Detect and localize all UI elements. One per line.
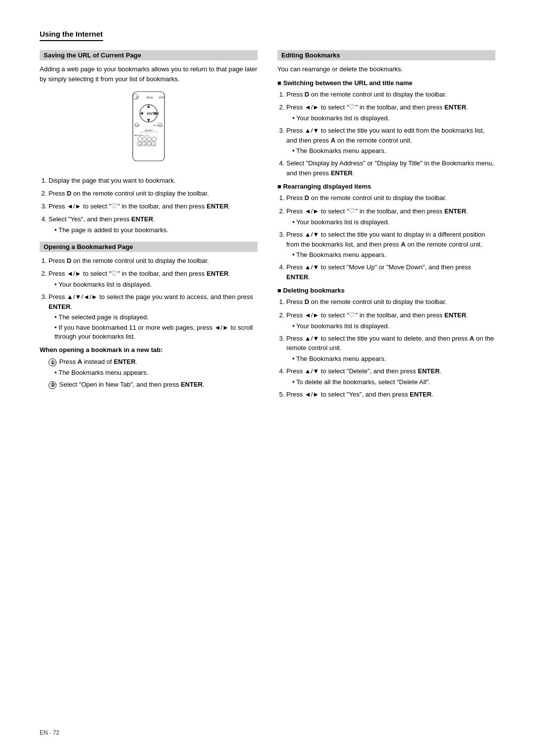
switching-step-3: Press ▲/▼ to select the title you want t… [286, 126, 495, 155]
left-column: Saving the URL of Current Page Adding a … [40, 50, 258, 403]
when-opening-item1-bullets: The Bookmarks menu appears. [49, 368, 258, 377]
svg-marker-7 [147, 104, 150, 107]
editing-intro: You can rearrange or delete the bookmark… [277, 64, 495, 74]
svg-text:MENU: MENU [146, 97, 154, 99]
svg-marker-9 [140, 112, 143, 115]
opening-step3-bullets: The selected page is displayed. If you h… [49, 313, 258, 341]
opening-steps: Press D on the remote control unit to di… [40, 256, 258, 341]
rearranging-step-3: Press ▲/▼ to select the title you want t… [286, 230, 495, 259]
svg-text:EXIT: EXIT [135, 124, 140, 127]
when-opening-block: When opening a bookmark in a new tab: ① … [40, 345, 258, 390]
circled-1: ① [49, 358, 56, 366]
deleting-step2-bullets: Your bookmarks list is displayed. [286, 322, 495, 331]
when-opening-title: When opening a bookmark in a new tab: [40, 345, 258, 355]
opening-step2-bullet1: Your bookmarks list is displayed. [54, 280, 258, 289]
svg-text:RETURN: RETURN [154, 124, 162, 127]
switching-step3-bullets: The Bookmarks menu appears. [286, 147, 495, 155]
saving-step-3: Press ◄/► to select "♡" in the toolbar, … [49, 201, 258, 211]
when-opening-item1-bullet1: The Bookmarks menu appears. [54, 368, 258, 377]
rearranging-step-1: Press D on the remote control unit to di… [286, 193, 495, 203]
rearranging-steps: Press D on the remote control unit to di… [277, 193, 495, 282]
opening-step-3: Press ▲/▼/◄/► to select the page you wan… [49, 292, 258, 341]
svg-point-19 [138, 137, 142, 142]
switching-steps: Press D on the remote control unit to di… [277, 90, 495, 178]
deleting-step4-bullets: To delete all the bookmarks, select "Del… [286, 378, 495, 387]
saving-section-header: Saving the URL of Current Page [40, 50, 258, 60]
switching-step2-bullet1: Your bookmarks list is displayed. [292, 114, 495, 123]
when-opening-steps: ① Press A instead of ENTER. The Bookmark… [40, 357, 258, 389]
rearranging-subsection-title: Rearranging displayed items [277, 183, 495, 190]
page-title: Using the Internet [40, 30, 103, 41]
footer: EN · 72 [40, 729, 59, 736]
when-opening-item-2: ② Select "Open in New Tab", and then pre… [49, 380, 258, 390]
svg-point-21 [147, 137, 152, 142]
switching-step-2: Press ◄/► to select "♡" in the toolbar, … [286, 102, 495, 123]
saving-intro: Adding a web page to your bookmarks allo… [40, 64, 258, 84]
rearranging-step-2: Press ◄/► to select "♡" in the toolbar, … [286, 206, 495, 227]
svg-text:ENTER: ENTER [147, 111, 160, 116]
svg-point-22 [152, 137, 157, 142]
saving-step4-bullet1: The page is added to your bookmarks. [54, 226, 258, 235]
opening-section-header: Opening a Bookmarked Page [40, 242, 258, 252]
deleting-step-2: Press ◄/► to select "♡" in the toolbar, … [286, 310, 495, 331]
deleting-step3-bullet1: The Bookmarks menu appears. [292, 354, 495, 363]
switching-step2-bullets: Your bookmarks list is displayed. [286, 114, 495, 123]
rearranging-step-4: Press ▲/▼ to select "Move Up" or "Move D… [286, 262, 495, 282]
opening-step-2: Press ◄/► to select "♡" in the toolbar, … [49, 268, 258, 289]
saving-step4-bullets: The page is added to your bookmarks. [49, 226, 258, 235]
saving-step-1: Display the page that you want to bookma… [49, 176, 258, 186]
opening-step3-bullet1: The selected page is displayed. [54, 313, 258, 322]
switching-step3-bullet1: The Bookmarks menu appears. [292, 147, 495, 155]
saving-step-4: Select "Yes", and then press ENTER. The … [49, 214, 258, 235]
opening-step2-bullets: Your bookmarks list is displayed. [49, 280, 258, 289]
svg-text:FAVORITE: FAVORITE [134, 134, 144, 137]
svg-text:1    2    3: 1 2 3 [144, 134, 149, 137]
svg-text:APPS: APPS [159, 97, 165, 99]
deleting-step-1: Press D on the remote control unit to di… [286, 297, 495, 307]
deleting-step-3: Press ▲/▼ to select the title you want t… [286, 334, 495, 363]
when-opening-item-1: ① Press A instead of ENTER. The Bookmark… [49, 357, 258, 377]
deleting-steps: Press D on the remote control unit to di… [277, 297, 495, 399]
right-column: Editing Bookmarks You can rearrange or d… [277, 50, 495, 403]
deleting-step2-bullet1: Your bookmarks list is displayed. [292, 322, 495, 331]
opening-step-1: Press D on the remote control unit to di… [49, 256, 258, 266]
svg-text:FAV APP: FAV APP [145, 129, 153, 132]
deleting-subsection-title: Deleting bookmarks [277, 287, 495, 294]
svg-marker-8 [147, 119, 150, 122]
deleting-step4-bullet1: To delete all the bookmarks, select "Del… [292, 378, 495, 387]
rearranging-step2-bullets: Your bookmarks list is displayed. [286, 218, 495, 227]
saving-step-2: Press D on the remote control unit to di… [49, 189, 258, 199]
rearranging-step3-bullets: The Bookmarks menu appears. [286, 251, 495, 259]
svg-point-20 [143, 137, 147, 142]
svg-text:A: A [139, 143, 141, 146]
editing-section-header: Editing Bookmarks [277, 50, 495, 60]
rearranging-step2-bullet1: Your bookmarks list is displayed. [292, 218, 495, 227]
svg-text:B: B [144, 143, 145, 146]
switching-step-1: Press D on the remote control unit to di… [286, 90, 495, 100]
remote-image: 3D MENU APPS ENTER EXIT RETURN [40, 90, 258, 169]
svg-text:D: D [154, 143, 155, 146]
two-column-layout: Saving the URL of Current Page Adding a … [40, 50, 495, 403]
svg-text:C: C [149, 143, 150, 146]
switching-step-4: Select "Display by Address" or "Display … [286, 158, 495, 178]
saving-steps: Display the page that you want to bookma… [40, 176, 258, 235]
deleting-step3-bullets: The Bookmarks menu appears. [286, 354, 495, 363]
page: Using the Internet Saving the URL of Cur… [0, 0, 535, 756]
switching-subsection-title: Switching between the URL and title name [277, 79, 495, 87]
deleting-step-5: Press ◄/► to select "Yes", and then pres… [286, 390, 495, 400]
rearranging-step3-bullet1: The Bookmarks menu appears. [292, 251, 495, 259]
deleting-step-4: Press ▲/▼ to select "Delete", and then p… [286, 366, 495, 387]
remote-svg: 3D MENU APPS ENTER EXIT RETURN [104, 90, 193, 169]
opening-step3-bullet2: If you have bookmarked 11 or more web pa… [54, 323, 258, 341]
circled-2: ② [49, 381, 56, 389]
